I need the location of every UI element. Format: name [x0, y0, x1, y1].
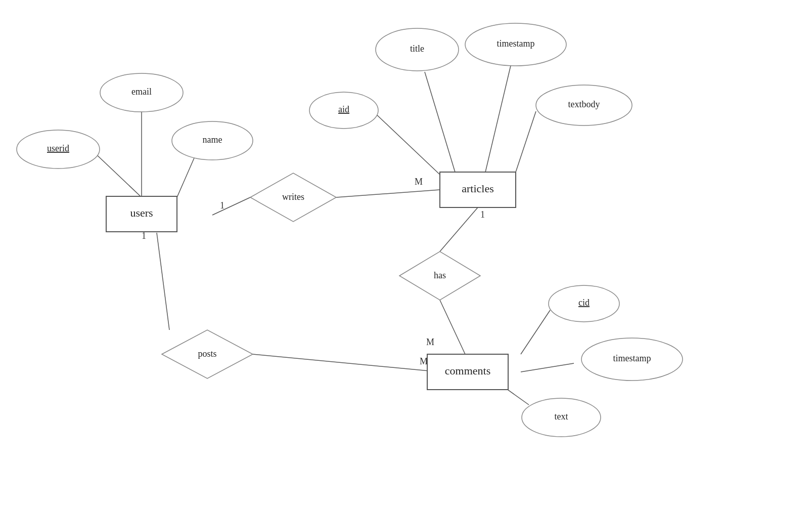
- svg-line-4: [425, 72, 455, 172]
- svg-line-10: [440, 300, 465, 354]
- attr-userid-label: userid: [47, 143, 69, 153]
- svg-line-3: [374, 112, 440, 175]
- attr-email-label: email: [131, 87, 152, 97]
- relationship-writes-label: writes: [282, 192, 304, 202]
- card-articles-has: 1: [480, 209, 485, 220]
- attr-name-label: name: [203, 135, 222, 145]
- svg-line-5: [485, 66, 511, 172]
- entity-comments-label: comments: [445, 364, 490, 377]
- svg-line-12: [253, 354, 440, 372]
- card-users-writes: 1: [220, 200, 224, 211]
- attr-textbody-label: textbody: [568, 99, 600, 109]
- svg-line-6: [516, 111, 536, 172]
- svg-line-11: [157, 233, 169, 330]
- relationship-posts-label: posts: [198, 349, 216, 359]
- attr-aid-label: aid: [338, 104, 349, 114]
- er-diagram: 1 M 1 M 1 M writes has posts users artic…: [0, 0, 812, 505]
- svg-line-14: [521, 363, 574, 372]
- entity-users-label: users: [130, 206, 153, 219]
- attr-title-label: title: [410, 44, 424, 54]
- card-posts-comments: M: [420, 356, 428, 366]
- attr-timestamp-articles-label: timestamp: [497, 38, 535, 49]
- entity-articles-label: articles: [462, 182, 494, 195]
- svg-line-8: [336, 190, 440, 197]
- attr-timestamp-comments-label: timestamp: [613, 353, 651, 363]
- relationship-has-label: has: [434, 270, 446, 280]
- svg-line-9: [440, 207, 478, 251]
- card-has-comments: M: [426, 337, 434, 347]
- svg-line-13: [521, 310, 550, 354]
- svg-line-0: [94, 152, 142, 197]
- attr-cid-label: cid: [578, 298, 590, 308]
- attr-text-label: text: [555, 411, 568, 422]
- card-writes-articles: M: [415, 177, 423, 187]
- svg-line-7: [212, 197, 250, 215]
